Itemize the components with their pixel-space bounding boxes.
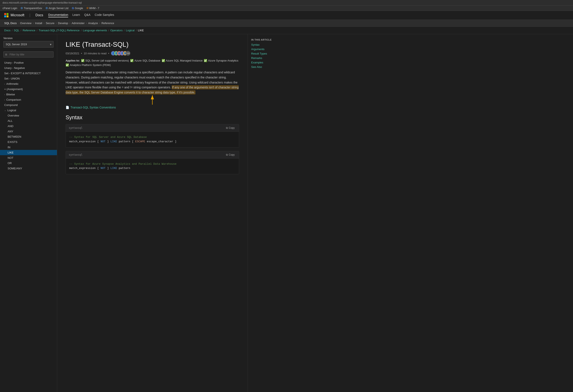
sidebar-item-compound[interactable]: Compound bbox=[0, 102, 57, 108]
nav-code-samples[interactable]: Code Samples bbox=[95, 13, 114, 17]
ms-logo-squares bbox=[4, 13, 8, 17]
sidebar-item-assignment[interactable]: = (Assignment) bbox=[0, 86, 57, 92]
version-select-wrapper[interactable]: SQL Server 2019 bbox=[3, 41, 54, 48]
page-layout: Version SQL Server 2019 ⊞ Unary - Positi… bbox=[0, 34, 573, 392]
check-icon-azure-db: ✅ bbox=[130, 59, 134, 62]
sec-nav-secure[interactable]: Secure bbox=[46, 22, 54, 25]
code-lang-1: syntaxsql bbox=[69, 126, 83, 129]
sidebar-item-arithmetic[interactable]: › Arithmetic bbox=[0, 81, 57, 86]
copy-button-2[interactable]: ⧉ Copy bbox=[225, 153, 236, 157]
sidebar-item-in[interactable]: IN bbox=[0, 145, 57, 150]
toc-title: In this article bbox=[251, 38, 291, 41]
sec-nav-develop[interactable]: Develop bbox=[58, 22, 68, 25]
breadcrumb-tsql-ref[interactable]: Transact-SQL (T-SQL) Reference bbox=[39, 29, 80, 32]
microsoft-logo[interactable]: Microsoft bbox=[4, 13, 24, 17]
sidebar-item-some-any[interactable]: SOME/ANY bbox=[0, 166, 57, 171]
sidebar-label-logical: Logical bbox=[7, 109, 16, 112]
breadcrumb-docs[interactable]: Docs bbox=[4, 29, 11, 32]
sidebar-item-exists[interactable]: EXISTS bbox=[0, 139, 57, 145]
logo-divider: | bbox=[29, 13, 31, 17]
nav-documentation[interactable]: Documentation bbox=[48, 13, 68, 17]
bookmark-icon-arcgis: ⦿ bbox=[46, 7, 48, 10]
breadcrumb-sql[interactable]: SQL bbox=[14, 29, 19, 32]
filter-icon: ⊞ bbox=[5, 53, 7, 56]
sidebar-item-bitwise[interactable]: › Bitwise bbox=[0, 92, 57, 97]
bookmark-whm[interactable]: ⦾ WHM - 7 bbox=[87, 7, 99, 10]
sec-nav-administer[interactable]: Administer bbox=[72, 22, 84, 25]
bookmark-google-label: Google bbox=[75, 7, 83, 10]
sec-nav-analyze[interactable]: Analyze bbox=[88, 22, 98, 25]
toc-examples[interactable]: Examples bbox=[251, 61, 291, 64]
sidebar-label-set-union: Set - UNION bbox=[4, 77, 20, 80]
toc-syntax[interactable]: Syntax bbox=[251, 43, 291, 46]
sec-nav-install[interactable]: Install bbox=[35, 22, 42, 25]
toc-see-also[interactable]: See Also bbox=[251, 65, 291, 68]
filter-input[interactable] bbox=[3, 51, 54, 57]
bookmark-whm-label: WHM - 7 bbox=[89, 7, 99, 10]
sec-nav-reference[interactable]: Reference bbox=[101, 22, 114, 25]
contributor-avatars: 👤 👤 👤 👤 👤 +13 bbox=[111, 51, 130, 56]
bookmark-arcgis[interactable]: ⦿ Arcgis Server List bbox=[46, 7, 69, 10]
sidebar-item-set-union[interactable]: Set - UNION bbox=[0, 76, 57, 81]
nav-learn[interactable]: Learn bbox=[72, 13, 80, 17]
sidebar-label-unary-negative: Unary - Negative bbox=[4, 66, 25, 69]
code-block-2: syntaxsql ⧉ Copy -- Syntax for Azure Syn… bbox=[66, 151, 239, 174]
copy-button-1[interactable]: ⧉ Copy bbox=[225, 126, 236, 130]
chevron-right-icon-comparison: › bbox=[4, 99, 5, 101]
code-lang-2: syntaxsql bbox=[69, 153, 83, 156]
version-select[interactable]: SQL Server 2019 bbox=[3, 41, 54, 48]
right-toc-panel: In this article Syntax Arguments Result … bbox=[248, 34, 294, 392]
sidebar-label-set-except: Set - EXCEPT & INTERSECT bbox=[4, 72, 41, 75]
sidebar-label-overview: Overview bbox=[8, 114, 19, 117]
bookmark-cpanel[interactable]: cPanel Login bbox=[2, 7, 17, 10]
sidebar-label-any: ANY bbox=[8, 130, 13, 133]
sidebar-item-any[interactable]: ANY bbox=[0, 129, 57, 134]
sidebar-item-overview[interactable]: Overview bbox=[0, 113, 57, 118]
breadcrumb-operators[interactable]: Operators bbox=[110, 29, 123, 32]
chevron-down-icon-logical: ⌄ bbox=[4, 109, 6, 112]
copy-label-2: Copy bbox=[229, 153, 235, 156]
sidebar-item-set-except[interactable]: Set - EXCEPT & INTERSECT bbox=[0, 71, 57, 76]
sidebar-item-or[interactable]: OR bbox=[0, 160, 57, 166]
contributor-count: +13 bbox=[126, 51, 130, 56]
sidebar-item-all[interactable]: ALL bbox=[0, 118, 57, 123]
meta-separator-1: • bbox=[81, 52, 82, 55]
sidebar-item-logical[interactable]: ⌄ Logical bbox=[0, 108, 57, 113]
syntax-section-title: Syntax bbox=[66, 114, 239, 121]
bookmark-google[interactable]: G Google bbox=[72, 7, 83, 10]
sidebar-label-all: ALL bbox=[8, 119, 13, 122]
sidebar-label-some-any: SOME/ANY bbox=[8, 167, 22, 170]
secondary-nav: SQL Docs · Overview › Install › Secure ›… bbox=[0, 20, 573, 27]
breadcrumb-language-elements[interactable]: Language elements bbox=[83, 29, 107, 32]
docs-label[interactable]: Docs bbox=[36, 13, 43, 17]
top-nav: Microsoft | Docs Documentation Learn Q&A… bbox=[0, 11, 573, 20]
bookmark-transparentgov[interactable]: ⦿ TransparentGov bbox=[20, 7, 42, 10]
sidebar-item-between[interactable]: BETWEEN bbox=[0, 134, 57, 139]
sidebar-item-unary-positive[interactable]: Unary - Positive bbox=[0, 60, 57, 65]
url-text: docs.microsoft.com/en-us/sql/t-sql/langu… bbox=[2, 1, 82, 4]
bookmark-icon-whm: ⦾ bbox=[87, 7, 89, 10]
sidebar-item-like[interactable]: LIKE bbox=[0, 150, 57, 155]
applies-analytics-platform: ✅ Analytics Platform System (PDW) bbox=[66, 63, 111, 67]
arrow-annotation-container bbox=[66, 99, 239, 110]
sec-nav-sql-docs[interactable]: SQL Docs bbox=[4, 22, 17, 25]
breadcrumb-logical[interactable]: Logical bbox=[126, 29, 135, 32]
sidebar-item-unary-negative[interactable]: Unary - Negative bbox=[0, 65, 57, 71]
sidebar-label-between: BETWEEN bbox=[8, 135, 21, 138]
sec-nav-overview[interactable]: Overview bbox=[20, 22, 32, 25]
sidebar-item-and[interactable]: AND bbox=[0, 123, 57, 129]
check-icon-analytics: ✅ bbox=[66, 63, 69, 67]
breadcrumb-reference[interactable]: Reference bbox=[23, 29, 35, 32]
code-content-1: -- Syntax for SQL Server and Azure SQL D… bbox=[66, 132, 239, 147]
sidebar-label-not: NOT bbox=[8, 156, 13, 159]
sidebar-item-not[interactable]: NOT bbox=[0, 155, 57, 160]
sidebar-label-compound: Compound bbox=[4, 103, 18, 107]
copy-icon-1: ⧉ bbox=[226, 126, 228, 129]
read-time: 10 minutes to read bbox=[84, 52, 107, 55]
toc-remarks[interactable]: Remarks bbox=[251, 56, 291, 60]
sidebar-nav: Unary - Positive Unary - Negative Set - … bbox=[0, 60, 57, 171]
sidebar-item-comparison[interactable]: › Comparison bbox=[0, 97, 57, 102]
nav-qa[interactable]: Q&A bbox=[84, 13, 90, 17]
toc-arguments[interactable]: Arguments bbox=[251, 48, 291, 51]
toc-result-types[interactable]: Result Types bbox=[251, 52, 291, 55]
